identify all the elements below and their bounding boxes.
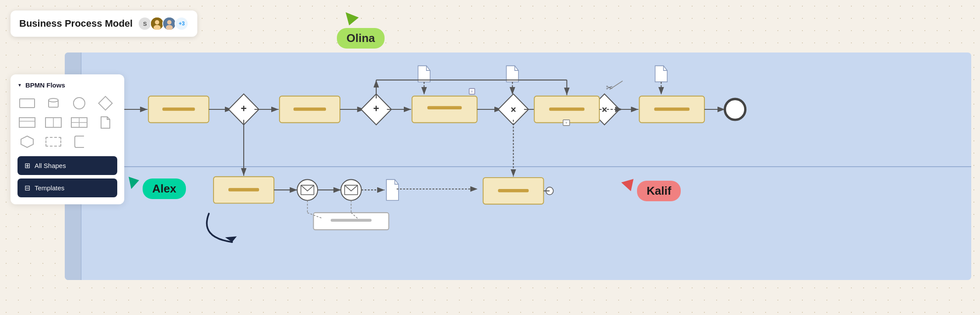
shape-cylinder[interactable] (44, 96, 63, 111)
svg-point-1 (155, 20, 159, 24)
cursor-alex: Alex (127, 175, 186, 199)
templates-label: Templates (35, 184, 64, 192)
svg-rect-36 (412, 96, 477, 123)
collaborator-avatars: S +3 (138, 17, 189, 31)
svg-rect-27 (229, 94, 259, 125)
panel-title: BPMN Flows (25, 81, 65, 89)
svg-rect-77 (313, 213, 388, 230)
svg-rect-50 (639, 96, 704, 123)
svg-rect-37 (427, 106, 462, 109)
shape-rectangle[interactable] (18, 96, 37, 111)
panel-buttons: ⊞ All Shapes ⊟ Templates (18, 156, 117, 197)
svg-rect-24 (148, 96, 209, 123)
panel-header: ▼ BPMN Flows (18, 81, 117, 89)
shape-bracket[interactable] (70, 134, 89, 149)
collapse-arrow[interactable]: ▼ (18, 83, 22, 88)
svg-rect-25 (162, 108, 195, 111)
svg-rect-85 (498, 189, 528, 192)
svg-text:+: + (373, 103, 379, 114)
shape-table-v[interactable] (44, 115, 63, 130)
templates-button[interactable]: ⊟ Templates (18, 178, 117, 197)
svg-rect-78 (331, 219, 372, 222)
svg-rect-61 (563, 120, 570, 126)
svg-point-53 (725, 99, 746, 120)
svg-text:×: × (511, 104, 516, 115)
cursor-kalif: Kalif (621, 177, 681, 201)
svg-marker-92 (621, 179, 634, 191)
lane-divider (65, 166, 971, 167)
canvas-area[interactable]: + + ≡ × × (65, 52, 971, 280)
title-card: Business Process Model S +3 (10, 10, 197, 37)
svg-rect-60 (549, 108, 584, 111)
shape-circle[interactable] (70, 96, 89, 111)
svg-point-7 (49, 98, 58, 102)
svg-rect-8 (19, 118, 35, 127)
svg-point-4 (167, 20, 172, 24)
svg-rect-59 (534, 96, 599, 123)
svg-text:+: + (565, 120, 568, 125)
shape-empty (96, 134, 115, 149)
svg-rect-84 (483, 178, 543, 204)
document-title: Business Process Model (19, 18, 133, 29)
svg-point-74 (341, 179, 361, 200)
shape-table-h[interactable] (18, 115, 37, 130)
svg-point-44 (548, 99, 569, 120)
svg-rect-31 (294, 108, 326, 111)
svg-marker-91 (129, 177, 139, 189)
all-shapes-label: All Shapes (35, 162, 66, 169)
shape-diamond[interactable] (96, 96, 115, 111)
svg-rect-51 (654, 108, 690, 111)
cursor-olina: Olina (337, 9, 385, 49)
svg-text:✂: ✂ (606, 83, 613, 92)
svg-rect-72 (301, 185, 314, 195)
all-shapes-icon: ⊞ (24, 161, 30, 170)
svg-rect-33 (361, 94, 391, 125)
svg-marker-90 (346, 12, 359, 25)
svg-rect-38 (469, 88, 475, 94)
svg-rect-75 (345, 185, 358, 195)
shape-table-grid[interactable] (70, 115, 89, 130)
svg-line-66 (609, 81, 623, 90)
svg-marker-15 (21, 136, 33, 147)
svg-point-87 (546, 187, 553, 195)
svg-marker-89 (225, 236, 237, 242)
cursor-kalif-label: Kalif (637, 181, 681, 201)
cursor-alex-label: Alex (143, 178, 186, 199)
svg-rect-30 (280, 96, 340, 123)
svg-point-71 (297, 179, 318, 200)
svg-rect-45 (552, 105, 565, 114)
svg-text:×: × (602, 104, 607, 115)
svg-text:≡: ≡ (471, 89, 473, 94)
shapes-grid (18, 96, 117, 149)
svg-rect-41 (498, 94, 528, 125)
shape-dashed-rect[interactable] (44, 134, 63, 149)
svg-rect-69 (228, 188, 259, 192)
all-shapes-button[interactable]: ⊞ All Shapes (18, 156, 117, 175)
svg-text:+: + (241, 103, 247, 114)
svg-line-82 (351, 213, 358, 218)
svg-rect-47 (589, 94, 620, 125)
cursor-olina-label: Olina (337, 28, 385, 49)
shape-hexagon[interactable] (18, 134, 37, 149)
templates-icon: ⊟ (24, 184, 30, 192)
svg-rect-68 (214, 177, 274, 203)
avatar-count: +3 (175, 17, 189, 31)
svg-line-80 (308, 213, 322, 218)
left-panel: ▼ BPMN Flows (10, 74, 124, 204)
shape-document[interactable] (96, 115, 115, 130)
